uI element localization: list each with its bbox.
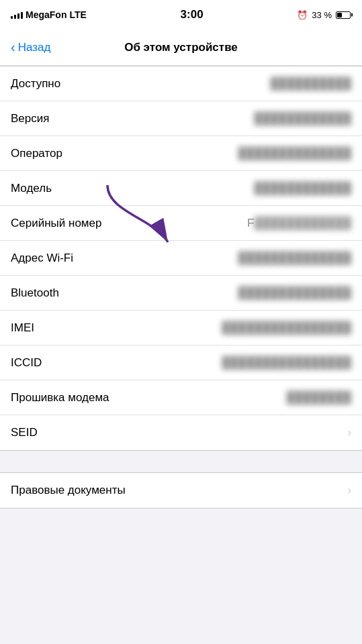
- alarm-icon: ⏰: [297, 10, 308, 20]
- operator-value: ██████████████: [238, 147, 351, 160]
- operator-label: Оператор: [11, 147, 62, 160]
- back-label: Назад: [18, 41, 51, 54]
- carrier-info: MegaFon LTE: [11, 9, 87, 20]
- serial-remaining: ████████████: [254, 217, 351, 230]
- versiya-value: ████████████: [254, 112, 351, 125]
- modem-label: Прошивка модема: [11, 391, 109, 405]
- carrier-name: MegaFon: [26, 9, 66, 20]
- model-label: Модель: [11, 182, 52, 195]
- section-gap: [0, 451, 362, 472]
- seid-chevron-icon: ›: [348, 427, 351, 439]
- iccid-value: ████████████████: [222, 356, 351, 370]
- legal-chevron-icon: ›: [348, 484, 351, 496]
- serial-row: Серийный номер F ████████████: [0, 206, 362, 241]
- nav-bar: ‹ Назад Об этом устройстве: [0, 30, 362, 66]
- bluetooth-label: Bluetooth: [11, 286, 59, 300]
- dostupno-value: ██████████: [271, 77, 351, 91]
- versiya-label: Версия: [11, 112, 49, 125]
- iccid-label: ICCID: [11, 356, 42, 370]
- legal-list: Правовые документы ›: [0, 472, 362, 508]
- status-bar: MegaFon LTE 3:00 ⏰ 33 %: [0, 0, 362, 30]
- back-chevron-icon: ‹: [11, 40, 15, 55]
- battery-percent: 33 %: [312, 10, 332, 20]
- wifi-label: Адрес Wi-Fi: [11, 252, 73, 265]
- seid-row[interactable]: SEID ›: [0, 415, 362, 450]
- imei-label: IMEI: [11, 321, 34, 335]
- device-info-list: Доступно ██████████ Версия ████████████ …: [0, 66, 362, 451]
- wifi-row: Адрес Wi-Fi ██████████████: [0, 241, 362, 276]
- modem-value: ████████: [287, 391, 351, 405]
- back-button[interactable]: ‹ Назад: [11, 40, 50, 55]
- serial-value-wrapper: F ████████████: [247, 217, 351, 230]
- dostupno-label: Доступно: [11, 77, 60, 91]
- legal-row[interactable]: Правовые документы ›: [0, 473, 362, 508]
- page-title: Об этом устройстве: [124, 41, 238, 54]
- operator-row: Оператор ██████████████: [0, 136, 362, 171]
- wifi-value: ██████████████: [238, 252, 351, 265]
- model-row: Модель ████████████: [0, 171, 362, 206]
- imei-value: ████████████████: [222, 321, 351, 335]
- bluetooth-row: Bluetooth ██████████████: [0, 276, 362, 311]
- dostupno-row: Доступно ██████████: [0, 66, 362, 101]
- network-type: LTE: [69, 9, 86, 20]
- seid-label: SEID: [11, 426, 38, 439]
- time-display: 3:00: [181, 8, 203, 21]
- battery-icon: [336, 11, 351, 19]
- serial-first-char: F: [247, 217, 254, 230]
- imei-row: IMEI ████████████████: [0, 311, 362, 345]
- battery-info: ⏰ 33 %: [297, 10, 351, 20]
- model-value: ████████████: [254, 182, 351, 195]
- bluetooth-value: ██████████████: [238, 286, 351, 300]
- modem-row: Прошивка модема ████████: [0, 380, 362, 415]
- serial-label: Серийный номер: [11, 217, 101, 230]
- versiya-row: Версия ████████████: [0, 101, 362, 136]
- legal-label: Правовые документы: [11, 484, 126, 497]
- signal-icon: [11, 11, 23, 19]
- iccid-row: ICCID ████████████████: [0, 345, 362, 380]
